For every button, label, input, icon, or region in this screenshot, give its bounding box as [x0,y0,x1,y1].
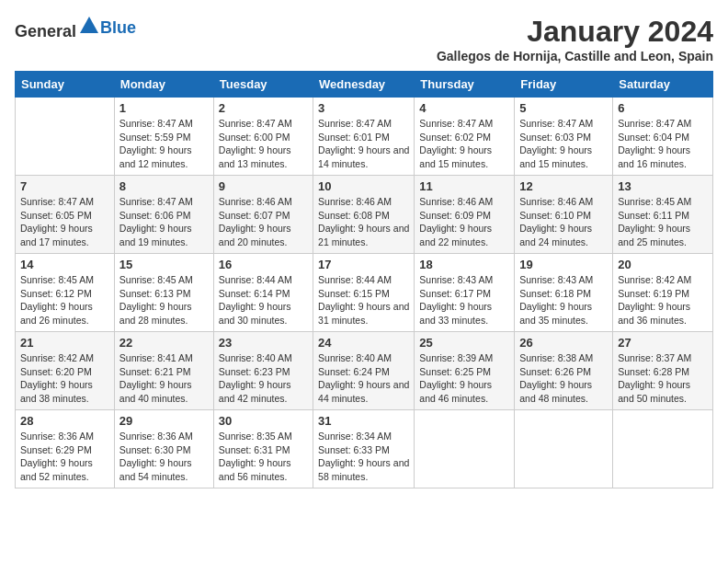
calendar-cell: 14Sunrise: 8:45 AMSunset: 6:12 PMDayligh… [16,254,115,332]
calendar-cell: 12Sunrise: 8:46 AMSunset: 6:10 PMDayligh… [515,176,613,254]
day-number: 12 [519,179,608,193]
calendar-cell: 8Sunrise: 8:47 AMSunset: 6:06 PMDaylight… [114,176,213,254]
day-number: 13 [618,179,708,193]
day-info: Sunrise: 8:47 AMSunset: 6:05 PMDaylight:… [20,195,109,249]
logo-blue: Blue [100,18,136,37]
day-number: 23 [219,336,308,350]
calendar-cell: 11Sunrise: 8:46 AMSunset: 6:09 PMDayligh… [415,176,515,254]
day-info: Sunrise: 8:47 AMSunset: 6:03 PMDaylight:… [519,117,608,171]
day-info: Sunrise: 8:46 AMSunset: 6:09 PMDaylight:… [419,195,509,249]
weekday-header: Tuesday [213,72,313,98]
calendar-week-row: 1Sunrise: 8:47 AMSunset: 5:59 PMDaylight… [16,98,713,176]
day-number: 5 [519,101,608,115]
day-info: Sunrise: 8:47 AMSunset: 6:00 PMDaylight:… [219,117,308,171]
day-number: 24 [318,336,409,350]
calendar-cell: 16Sunrise: 8:44 AMSunset: 6:14 PMDayligh… [213,254,313,332]
page-header: General Blue January 2024 Gallegos de Ho… [15,15,713,63]
calendar-week-row: 28Sunrise: 8:36 AMSunset: 6:29 PMDayligh… [16,410,713,488]
calendar-cell: 25Sunrise: 8:39 AMSunset: 6:25 PMDayligh… [415,332,515,410]
calendar-cell: 23Sunrise: 8:40 AMSunset: 6:23 PMDayligh… [213,332,313,410]
day-info: Sunrise: 8:40 AMSunset: 6:23 PMDaylight:… [219,351,308,406]
weekday-header: Friday [515,72,613,98]
day-info: Sunrise: 8:47 AMSunset: 5:59 PMDaylight:… [119,117,209,171]
calendar-cell: 10Sunrise: 8:46 AMSunset: 6:08 PMDayligh… [313,176,415,254]
day-info: Sunrise: 8:34 AMSunset: 6:33 PMDaylight:… [318,430,409,484]
title-block: January 2024 Gallegos de Hornija, Castil… [437,15,713,63]
weekday-header-row: SundayMondayTuesdayWednesdayThursdayFrid… [16,72,713,98]
logo-icon [78,15,100,37]
weekday-header: Saturday [613,72,713,98]
calendar-cell [415,410,515,488]
day-info: Sunrise: 8:40 AMSunset: 6:24 PMDaylight:… [318,351,409,406]
day-number: 20 [618,258,708,271]
calendar-cell: 5Sunrise: 8:47 AMSunset: 6:03 PMDaylight… [515,98,613,176]
day-info: Sunrise: 8:47 AMSunset: 6:01 PMDaylight:… [318,117,409,171]
day-info: Sunrise: 8:47 AMSunset: 6:04 PMDaylight:… [618,117,708,171]
day-info: Sunrise: 8:45 AMSunset: 6:13 PMDaylight:… [119,273,209,327]
day-number: 3 [318,101,409,115]
day-number: 30 [219,414,308,428]
day-number: 31 [318,414,409,428]
month-title: January 2024 [437,15,713,49]
calendar-cell: 15Sunrise: 8:45 AMSunset: 6:13 PMDayligh… [114,254,213,332]
day-info: Sunrise: 8:37 AMSunset: 6:28 PMDaylight:… [618,351,708,406]
weekday-header: Monday [114,72,213,98]
calendar-cell: 21Sunrise: 8:42 AMSunset: 6:20 PMDayligh… [16,332,115,410]
day-info: Sunrise: 8:38 AMSunset: 6:26 PMDaylight:… [519,351,608,406]
calendar-week-row: 14Sunrise: 8:45 AMSunset: 6:12 PMDayligh… [16,254,713,332]
day-info: Sunrise: 8:46 AMSunset: 6:10 PMDaylight:… [519,195,608,249]
day-info: Sunrise: 8:36 AMSunset: 6:30 PMDaylight:… [119,430,209,484]
day-number: 26 [519,336,608,350]
logo: General Blue [15,15,136,41]
day-number: 1 [119,101,209,115]
location-title: Gallegos de Hornija, Castille and Leon, … [437,49,713,63]
day-info: Sunrise: 8:42 AMSunset: 6:20 PMDaylight:… [20,351,109,406]
calendar-cell: 9Sunrise: 8:46 AMSunset: 6:07 PMDaylight… [213,176,313,254]
day-number: 28 [20,414,109,428]
weekday-header: Thursday [415,72,515,98]
calendar-cell: 18Sunrise: 8:43 AMSunset: 6:17 PMDayligh… [415,254,515,332]
calendar-cell: 28Sunrise: 8:36 AMSunset: 6:29 PMDayligh… [16,410,115,488]
calendar-week-row: 21Sunrise: 8:42 AMSunset: 6:20 PMDayligh… [16,332,713,410]
day-number: 14 [20,258,109,271]
day-number: 29 [119,414,209,428]
calendar-cell: 4Sunrise: 8:47 AMSunset: 6:02 PMDaylight… [415,98,515,176]
calendar-cell [613,410,713,488]
day-info: Sunrise: 8:45 AMSunset: 6:11 PMDaylight:… [618,195,708,249]
calendar-week-row: 7Sunrise: 8:47 AMSunset: 6:05 PMDaylight… [16,176,713,254]
weekday-header: Wednesday [313,72,415,98]
calendar-cell: 30Sunrise: 8:35 AMSunset: 6:31 PMDayligh… [213,410,313,488]
calendar-cell: 2Sunrise: 8:47 AMSunset: 6:00 PMDaylight… [213,98,313,176]
day-info: Sunrise: 8:39 AMSunset: 6:25 PMDaylight:… [419,351,509,406]
day-number: 21 [20,336,109,350]
day-number: 4 [419,101,509,115]
day-number: 25 [419,336,509,350]
calendar-cell: 17Sunrise: 8:44 AMSunset: 6:15 PMDayligh… [313,254,415,332]
day-number: 27 [618,336,708,350]
day-number: 6 [618,101,708,115]
calendar-cell: 22Sunrise: 8:41 AMSunset: 6:21 PMDayligh… [114,332,213,410]
day-info: Sunrise: 8:36 AMSunset: 6:29 PMDaylight:… [20,430,109,484]
calendar-cell: 7Sunrise: 8:47 AMSunset: 6:05 PMDaylight… [16,176,115,254]
calendar-cell: 20Sunrise: 8:42 AMSunset: 6:19 PMDayligh… [613,254,713,332]
day-info: Sunrise: 8:45 AMSunset: 6:12 PMDaylight:… [20,273,109,327]
calendar-cell: 24Sunrise: 8:40 AMSunset: 6:24 PMDayligh… [313,332,415,410]
day-number: 8 [119,179,209,193]
calendar-cell: 27Sunrise: 8:37 AMSunset: 6:28 PMDayligh… [613,332,713,410]
calendar-cell: 19Sunrise: 8:43 AMSunset: 6:18 PMDayligh… [515,254,613,332]
day-info: Sunrise: 8:41 AMSunset: 6:21 PMDaylight:… [119,351,209,406]
day-info: Sunrise: 8:35 AMSunset: 6:31 PMDaylight:… [219,430,308,484]
calendar-cell [515,410,613,488]
svg-marker-0 [80,17,98,33]
day-info: Sunrise: 8:46 AMSunset: 6:07 PMDaylight:… [219,195,308,249]
weekday-header: Sunday [16,72,115,98]
calendar-cell: 6Sunrise: 8:47 AMSunset: 6:04 PMDaylight… [613,98,713,176]
day-info: Sunrise: 8:44 AMSunset: 6:15 PMDaylight:… [318,273,409,327]
logo-general: General [15,22,76,40]
day-info: Sunrise: 8:44 AMSunset: 6:14 PMDaylight:… [219,273,308,327]
day-number: 19 [519,258,608,271]
day-number: 16 [219,258,308,271]
day-number: 11 [419,179,509,193]
day-info: Sunrise: 8:42 AMSunset: 6:19 PMDaylight:… [618,273,708,327]
day-number: 18 [419,258,509,271]
